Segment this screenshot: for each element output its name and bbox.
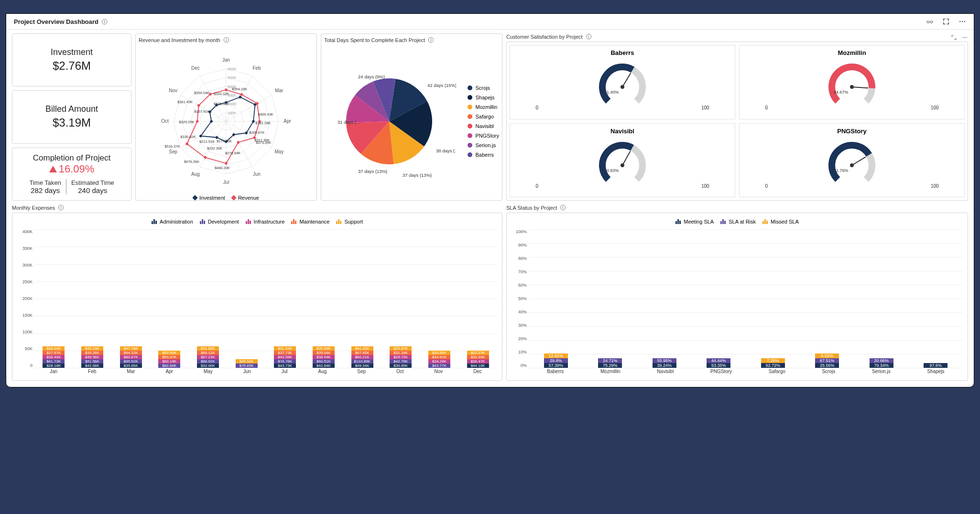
svg-text:Feb: Feb: [252, 65, 261, 71]
svg-text:Jul: Jul: [223, 180, 229, 185]
info-icon[interactable]: [101, 19, 108, 25]
bar-col[interactable]: $35.86K$95.52K$80.67K$94.33K$47.78K: [120, 346, 142, 368]
bar-col[interactable]: $28.18K$41.73K$38.44K$27.87K$26.02K: [43, 346, 65, 368]
svg-text:$516.37K: $516.37K: [164, 144, 180, 149]
svg-point-3: [959, 21, 960, 22]
more-icon[interactable]: [958, 18, 966, 25]
bar-col[interactable]: $42.88K$51.56K$48.56K$39.26K$33.23K: [81, 346, 103, 368]
kpi-completion: Completion of Project 16.09% Time Taken …: [12, 148, 131, 201]
svg-text:$320.32K: $320.32K: [214, 92, 229, 96]
legend-item[interactable]: SLA at Risk: [720, 219, 756, 225]
svg-text:$167.91K: $167.91K: [194, 109, 209, 114]
svg-line-107: [622, 73, 631, 87]
svg-text:Nov: Nov: [169, 88, 177, 93]
legend-item[interactable]: Support: [336, 219, 363, 225]
legend-item[interactable]: Mozmillin: [468, 104, 499, 110]
legend-item[interactable]: Shapejs: [468, 95, 499, 100]
expenses-panel: Monthly Expenses AdministrationDevelopme…: [12, 204, 502, 381]
bar-col[interactable]: 39.24%55.95%: [653, 358, 676, 368]
info-icon[interactable]: [58, 204, 64, 211]
svg-marker-6: [49, 166, 57, 172]
svg-line-110: [852, 87, 868, 88]
pie-title: Total Days Spent to Complete Each Projec…: [324, 37, 425, 43]
gauge-baberrs: Baberrs 61.40% 0100: [510, 45, 735, 119]
radar-panel: Revenue and Investment by month JanFebMa…: [135, 33, 317, 201]
kpi-label: Completion of Project: [33, 153, 111, 163]
kpi-investment: Investment $2.76M: [12, 33, 131, 86]
svg-text:Jun: Jun: [253, 171, 261, 177]
svg-text:$335.02K: $335.02K: [180, 135, 196, 139]
legend-investment[interactable]: Investment: [193, 195, 225, 201]
svg-rect-2: [104, 21, 105, 23]
info-icon[interactable]: [223, 37, 229, 43]
legend-item[interactable]: Serion.js: [468, 142, 499, 148]
info-icon[interactable]: [586, 33, 592, 40]
svg-text:$359.54K: $359.54K: [194, 91, 209, 95]
legend-item[interactable]: Development: [200, 219, 239, 225]
svg-text:100K: 100K: [228, 111, 237, 115]
bar-col[interactable]: 92.72%7.28%: [761, 358, 785, 368]
legend-revenue[interactable]: Revenue: [232, 195, 259, 201]
gauge-navisibl: Navisibl 60.83% 0100: [510, 123, 735, 198]
svg-point-105: [965, 37, 966, 38]
radar-chart: JanFebMarAprMayJunJulAugSepOctNovDec100K…: [139, 45, 314, 193]
dashboard-header: Project Overview Dashboard: [6, 14, 974, 30]
svg-point-4: [962, 21, 963, 22]
svg-text:Apr: Apr: [283, 118, 291, 124]
info-icon[interactable]: [428, 37, 434, 43]
legend-item[interactable]: Baberrs: [468, 152, 499, 158]
svg-rect-103: [588, 36, 589, 38]
expand-icon[interactable]: [942, 18, 950, 25]
bar-col[interactable]: $43.77K$34.28K$44.91K$20.90K: [428, 351, 450, 368]
svg-point-8: [226, 38, 226, 39]
svg-point-123: [563, 206, 563, 206]
legend-item[interactable]: Scrojs: [468, 85, 499, 91]
satisfaction-panel: Customer Satisfaction by Project Baberrs…: [506, 33, 968, 201]
kpi-column: Investment $2.76M Billed Amount $3.19M C…: [12, 33, 131, 201]
svg-text:37 days (13%): 37 days (13%): [358, 169, 387, 174]
svg-line-116: [852, 157, 866, 165]
bar-col[interactable]: 25.56%67.51%6.92%: [815, 353, 839, 368]
bar-col[interactable]: 53.35%44.44%: [707, 358, 730, 368]
legend-item[interactable]: Infrastructure: [246, 219, 285, 225]
legend-item[interactable]: Safargo: [468, 114, 499, 119]
glasses-icon[interactable]: [926, 18, 934, 25]
svg-text:$276.94K: $276.94K: [225, 151, 240, 155]
svg-text:$174.86K: $174.86K: [217, 139, 232, 143]
svg-line-38: [200, 76, 226, 121]
bar-col[interactable]: $75.65K$45.52K: [236, 359, 258, 368]
bar-col[interactable]: $32.06K$86.92K$67.23K$80.12K$31.06K: [197, 346, 219, 368]
legend-item[interactable]: Maintenance: [291, 219, 329, 225]
legend-item[interactable]: PNGStory: [468, 133, 499, 139]
bar-col[interactable]: 97.6%: [924, 363, 947, 368]
svg-text:$373.39K: $373.39K: [256, 140, 271, 145]
pie-legend: ScrojsShapejsMozmillinSafargoNavisiblPNG…: [464, 45, 499, 197]
bar-col[interactable]: $44.10K$36.47K$36.94K$22.37K: [467, 351, 489, 368]
svg-rect-121: [61, 207, 61, 209]
svg-line-26: [226, 121, 252, 167]
legend-item[interactable]: Administration: [152, 219, 193, 225]
bar-col[interactable]: 75.29%24.71%: [598, 358, 622, 368]
legend-item[interactable]: Missed SLA: [762, 219, 799, 225]
bar-col[interactable]: $82.60K$60.19K$53.07K$53.90K: [158, 351, 180, 368]
sla-title: SLA Status by Project: [506, 205, 557, 211]
bar-col[interactable]: 57.39%29.8%12.81%: [544, 353, 568, 368]
svg-point-108: [621, 85, 624, 89]
bar-col[interactable]: 79.34%20.66%: [870, 358, 893, 368]
bar-col[interactable]: $43.73K$76.76K$42.56K$37.73K$31.53K: [274, 346, 296, 368]
gauge-mozmillin: Mozmillin 84.67% 0100: [739, 45, 965, 119]
svg-text:Jan: Jan: [222, 57, 230, 63]
kpi-value: $2.76M: [53, 59, 91, 73]
bar-col[interactable]: $42.84K$60.51K$38.54K$35.04K$35.59K: [313, 346, 335, 368]
more-icon[interactable]: [962, 34, 968, 41]
svg-text:May: May: [274, 149, 283, 154]
info-icon[interactable]: [560, 204, 566, 211]
legend-item[interactable]: Navisibl: [468, 123, 499, 129]
radar-title: Revenue and Investment by month: [139, 37, 220, 43]
expand-icon[interactable]: [951, 34, 957, 41]
bar-col[interactable]: $30.85K$42.79K$29.72K$31.34K$25.67K: [390, 346, 412, 368]
pie-chart: 42 days (15%)38 days (...37 days (13%)37…: [324, 45, 464, 197]
svg-point-104: [963, 37, 964, 38]
bar-col[interactable]: $49.34K$110.85K$66.21K$67.45K$41.20K: [351, 346, 373, 368]
legend-item[interactable]: Meeting SLA: [675, 219, 714, 225]
